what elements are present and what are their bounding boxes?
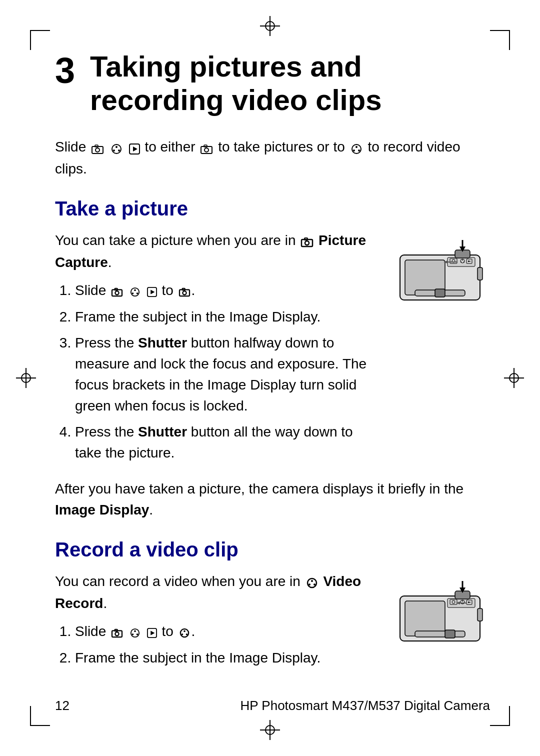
section1-heading: Take a picture (55, 198, 490, 220)
corner-mark-tr (490, 30, 510, 50)
svg-point-14 (353, 150, 355, 152)
play-icon-step2 (147, 622, 157, 642)
intro-text3: to take pictures or to (218, 139, 345, 154)
camera-diagram-1 (390, 230, 490, 310)
svg-marker-27 (150, 290, 154, 294)
svg-point-57 (131, 629, 139, 637)
step2-1-text-start: Slide (75, 624, 110, 639)
svg-marker-8 (133, 146, 138, 152)
after-text2: . (149, 502, 153, 518)
after-text1: After you have taken a picture, the came… (55, 481, 464, 496)
section1-para1: You can take a picture when you are in P… (55, 230, 380, 273)
camera-icon-step2 (111, 622, 123, 642)
svg-point-50 (308, 578, 316, 588)
svg-point-58 (134, 630, 136, 632)
camera-diagram-2 (390, 571, 490, 651)
svg-point-63 (180, 629, 188, 637)
section2-para1-start: You can record a video when you are in (55, 574, 300, 589)
section1-text: You can take a picture when you are in P… (55, 230, 380, 474)
svg-point-12 (352, 144, 361, 154)
step2-1-period: . (192, 624, 196, 639)
intro-text2: to either (144, 139, 195, 154)
page-number: 12 (55, 698, 70, 714)
camera-icon-inline1 (200, 138, 213, 158)
svg-point-65 (181, 634, 183, 636)
svg-rect-47 (478, 268, 482, 280)
video-icon-inline1 (350, 138, 363, 158)
chapter-title: Taking pictures and recording video clip… (90, 50, 490, 116)
video-icon-step2-end (178, 622, 190, 642)
section1-content: You can take a picture when you are in P… (55, 230, 490, 474)
svg-rect-85 (445, 630, 455, 638)
reg-cross-left (16, 368, 36, 388)
corner-mark-br (490, 706, 510, 726)
intro-paragraph: Slide to either (55, 136, 490, 180)
step1-3-bold: Shutter (138, 335, 187, 350)
section2-steps: Slide (75, 621, 380, 669)
svg-point-60 (136, 634, 138, 636)
step1-1: Slide (75, 280, 380, 302)
reg-cross-bottom (260, 720, 280, 740)
chapter-number: 3 (55, 50, 75, 88)
section2-heading: Record a video clip (55, 538, 490, 561)
svg-point-5 (113, 150, 115, 152)
play-icon-step1 (147, 280, 157, 302)
camera-svg-2 (390, 571, 490, 651)
svg-marker-62 (150, 630, 154, 635)
video-icon-step1 (129, 280, 141, 302)
svg-point-4 (116, 146, 118, 148)
svg-rect-83 (478, 608, 482, 621)
svg-point-6 (118, 150, 120, 152)
reg-cross-right (504, 368, 524, 388)
after-bold: Image Display (55, 502, 149, 518)
step1-4-bold: Shutter (138, 424, 187, 440)
step2-2: Frame the subject in the Image Display. (75, 648, 380, 668)
step1-1-text-to: to (162, 282, 177, 298)
svg-point-23 (134, 289, 136, 291)
product-name: HP Photosmart M437/M537 Digital Camera (240, 698, 490, 714)
step1-4: Press the Shutter button all the way dow… (75, 422, 380, 464)
svg-point-24 (132, 292, 134, 294)
reg-cross-top (260, 16, 280, 36)
svg-point-51 (311, 580, 313, 582)
chapter-heading: 3 Taking pictures and recording video cl… (55, 50, 490, 116)
intro-text1: Slide (55, 139, 86, 154)
section1-after-para: After you have taken a picture, the came… (55, 478, 490, 520)
svg-point-20 (115, 291, 118, 294)
section2-text: You can record a video when you are in V… (55, 571, 380, 678)
svg-point-38 (460, 262, 462, 262)
svg-point-39 (464, 262, 464, 262)
svg-point-53 (314, 584, 316, 586)
step1-4-text-start: Press the (75, 424, 138, 440)
svg-point-13 (356, 146, 358, 148)
section2-para1: You can record a video when you are in V… (55, 571, 380, 614)
svg-point-66 (186, 634, 188, 636)
section1-steps: Slide (75, 280, 380, 464)
svg-point-52 (308, 584, 310, 586)
svg-point-64 (184, 630, 186, 632)
video-icon-small (110, 138, 123, 158)
svg-point-15 (358, 150, 360, 152)
camera-svg-1 (390, 230, 490, 310)
svg-point-29 (182, 291, 186, 294)
step1-3: Press the Shutter button halfway down to… (75, 332, 380, 416)
step1-2: Frame the subject in the Image Display. (75, 306, 380, 328)
svg-point-3 (112, 144, 121, 154)
svg-point-55 (115, 632, 118, 636)
svg-point-1 (96, 148, 100, 152)
camera-icon-step1-end (178, 280, 190, 302)
play-icon-small (129, 138, 140, 158)
section1-para1-start: You can take a picture when you are in (55, 232, 296, 248)
svg-point-59 (132, 634, 134, 636)
section1-para1-end: . (108, 254, 112, 270)
svg-point-37 (462, 260, 463, 260)
step2-1: Slide (75, 621, 380, 643)
camera-icon-small (91, 138, 104, 158)
svg-point-17 (305, 241, 309, 245)
svg-point-25 (136, 292, 138, 294)
step1-1-text-start: Slide (75, 282, 110, 298)
section2-para1-end: . (103, 596, 107, 611)
video-icon-para2 (306, 572, 318, 593)
footer: 12 HP Photosmart M437/M537 Digital Camer… (55, 698, 490, 714)
corner-mark-bl (30, 706, 50, 726)
